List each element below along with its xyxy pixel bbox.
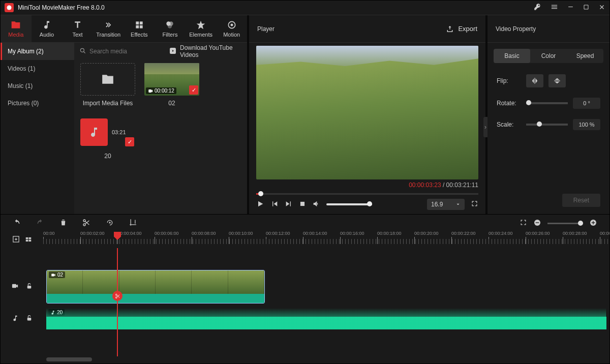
track-empty[interactable] bbox=[43, 248, 609, 268]
svg-rect-30 bbox=[51, 274, 54, 276]
next-frame-icon[interactable] bbox=[285, 200, 293, 209]
tab-transition-label: Transition bbox=[96, 32, 120, 38]
close-icon[interactable] bbox=[598, 4, 605, 12]
player-title: Player bbox=[257, 25, 446, 33]
scale-value[interactable]: 100 % bbox=[573, 119, 600, 130]
scrub-bar[interactable] bbox=[256, 190, 478, 198]
media-item-label: 02 bbox=[168, 100, 175, 107]
crop-icon[interactable] bbox=[129, 219, 137, 228]
play-icon[interactable] bbox=[256, 200, 264, 209]
menu-icon[interactable] bbox=[551, 3, 558, 12]
minimize-icon[interactable] bbox=[567, 4, 574, 12]
prop-tab-basic[interactable]: Basic bbox=[494, 49, 530, 63]
maximize-icon[interactable] bbox=[583, 4, 589, 12]
chevron-down-icon bbox=[455, 202, 461, 207]
media-item-video[interactable]: 00:00:12 ✓ bbox=[144, 63, 199, 96]
tab-elements[interactable]: Elements bbox=[186, 15, 217, 42]
audio-track[interactable]: 20 bbox=[43, 305, 609, 332]
import-media-button[interactable] bbox=[80, 63, 135, 96]
svg-rect-26 bbox=[25, 239, 28, 241]
tab-text-label: Text bbox=[72, 32, 82, 38]
speed-icon[interactable] bbox=[106, 219, 114, 228]
timeline-scrollbar[interactable] bbox=[46, 357, 92, 361]
zoom-fit-icon[interactable] bbox=[520, 219, 527, 228]
album-music[interactable]: Music (1) bbox=[1, 77, 74, 95]
tab-audio[interactable]: Audio bbox=[32, 15, 63, 42]
svg-rect-31 bbox=[27, 318, 31, 320]
video-clip[interactable]: 02 bbox=[46, 270, 265, 304]
search-input[interactable] bbox=[89, 48, 166, 55]
time-current: 00:00:03:23 bbox=[409, 181, 441, 189]
svg-point-0 bbox=[7, 6, 12, 10]
video-preview[interactable] bbox=[256, 46, 478, 179]
delete-icon[interactable] bbox=[59, 219, 67, 228]
tab-filters[interactable]: Filters bbox=[155, 15, 186, 42]
svg-rect-29 bbox=[27, 286, 32, 288]
rotate-label: Rotate: bbox=[497, 100, 521, 107]
album-videos[interactable]: Videos (1) bbox=[1, 60, 74, 77]
export-button[interactable]: Export bbox=[446, 25, 477, 33]
video-track[interactable]: 02 bbox=[43, 268, 609, 305]
album-pictures[interactable]: Pictures (0) bbox=[1, 95, 74, 112]
property-title: Video Property bbox=[496, 25, 536, 33]
collapse-panel-icon[interactable]: › bbox=[483, 117, 487, 137]
tab-media[interactable]: Media bbox=[1, 15, 32, 42]
album-my-album[interactable]: My Album (2) bbox=[1, 43, 74, 60]
split-icon[interactable] bbox=[82, 219, 90, 228]
reset-button[interactable]: Reset bbox=[562, 194, 600, 207]
split-at-playhead-icon[interactable] bbox=[112, 291, 123, 301]
media-grid: Import Media Files 00:00:12 ✓ 02 bbox=[74, 60, 247, 214]
tab-motion[interactable]: Motion bbox=[216, 15, 247, 42]
timeline-ruler[interactable]: 00:0000:00:02:0000:00:04:0000:00:06:0000… bbox=[43, 232, 609, 248]
zoom-out-icon[interactable] bbox=[533, 219, 541, 228]
export-label: Export bbox=[458, 25, 477, 33]
svg-rect-27 bbox=[28, 239, 31, 241]
svg-point-9 bbox=[230, 24, 233, 26]
download-youtube-button[interactable]: Download YouTube Videos bbox=[169, 44, 242, 58]
search-icon bbox=[79, 47, 86, 56]
track-manager-icon[interactable] bbox=[25, 236, 32, 245]
redo-icon[interactable] bbox=[36, 219, 44, 228]
lock-track-icon[interactable] bbox=[26, 283, 33, 291]
stop-icon[interactable] bbox=[299, 200, 306, 209]
rotate-slider[interactable] bbox=[526, 102, 568, 104]
aspect-ratio-select[interactable]: 16.9 bbox=[427, 199, 465, 210]
svg-point-10 bbox=[80, 48, 84, 52]
license-key-icon[interactable] bbox=[534, 3, 541, 12]
rotate-value[interactable]: 0 ° bbox=[573, 98, 600, 109]
lock-track-icon[interactable] bbox=[26, 315, 33, 323]
flip-horizontal-button[interactable] bbox=[526, 74, 543, 87]
tab-filters-label: Filters bbox=[162, 32, 177, 38]
prop-tab-color[interactable]: Color bbox=[530, 49, 567, 63]
tab-audio-label: Audio bbox=[40, 32, 54, 38]
flip-vertical-button[interactable] bbox=[548, 74, 566, 87]
volume-icon[interactable] bbox=[312, 200, 320, 209]
tab-effects-label: Effects bbox=[131, 32, 147, 38]
prev-frame-icon[interactable] bbox=[270, 200, 279, 209]
player-panel: Player Export 00:00:03:23 / 00:03:21:11 bbox=[249, 15, 485, 214]
tab-text[interactable]: Text bbox=[62, 15, 93, 42]
add-track-icon[interactable] bbox=[12, 235, 20, 245]
fullscreen-icon[interactable] bbox=[471, 200, 478, 209]
prop-tab-speed[interactable]: Speed bbox=[567, 49, 603, 63]
media-item-label: 20 bbox=[104, 153, 111, 160]
svg-rect-12 bbox=[148, 89, 151, 93]
audio-clip[interactable]: 20 bbox=[46, 308, 606, 329]
playhead[interactable] bbox=[117, 248, 118, 356]
volume-slider[interactable] bbox=[326, 203, 372, 205]
app-logo bbox=[5, 3, 14, 12]
property-panel: › Video Property Basic Color Speed Flip:… bbox=[487, 15, 609, 214]
svg-rect-15 bbox=[554, 80, 560, 81]
aspect-ratio-value: 16.9 bbox=[431, 201, 443, 208]
svg-rect-4 bbox=[140, 25, 143, 28]
media-item-audio[interactable]: 03:21 ✓ bbox=[80, 116, 135, 148]
import-media-label: Import Media Files bbox=[83, 100, 133, 107]
scale-slider[interactable] bbox=[526, 124, 568, 126]
zoom-slider[interactable] bbox=[547, 223, 583, 224]
app-title: MiniTool MovieMaker Free 8.0.0 bbox=[18, 4, 534, 11]
tab-effects[interactable]: Effects bbox=[124, 15, 155, 42]
undo-icon[interactable] bbox=[13, 219, 21, 228]
tab-transition[interactable]: Transition bbox=[93, 15, 124, 42]
svg-rect-22 bbox=[593, 221, 593, 224]
zoom-in-icon[interactable] bbox=[589, 219, 597, 228]
